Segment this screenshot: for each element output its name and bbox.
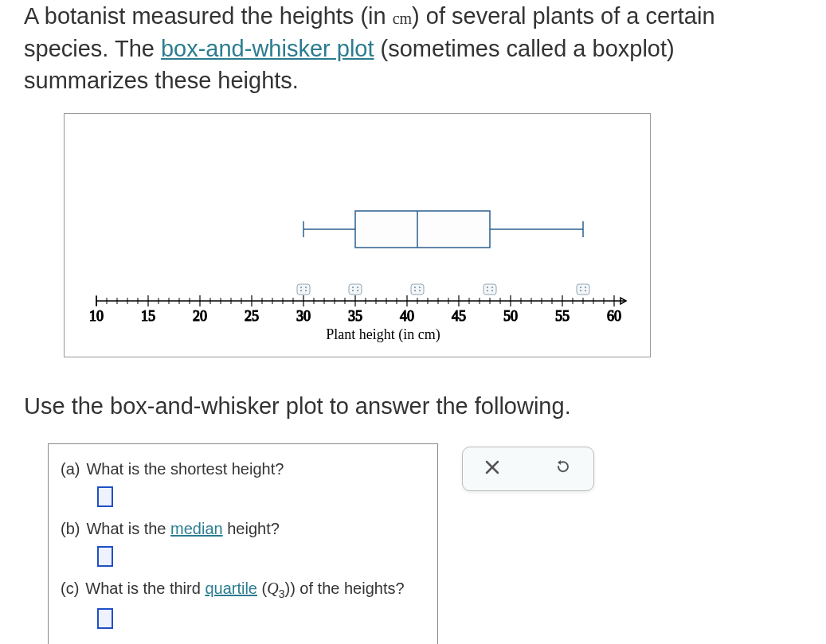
- clear-button[interactable]: [477, 455, 507, 482]
- svg-text:45: 45: [452, 308, 466, 324]
- svg-rect-91: [577, 284, 589, 295]
- question-text: height?: [223, 520, 280, 537]
- question-label: (c): [61, 580, 79, 598]
- svg-point-79: [352, 290, 354, 291]
- svg-point-93: [585, 287, 586, 288]
- question-text: ) of the heights?: [290, 580, 404, 597]
- median-link[interactable]: median: [170, 520, 223, 537]
- problem-statement: A botanist measured the heights (in cm) …: [24, 0, 802, 97]
- question-a: (a) What is the shortest height?: [61, 460, 425, 507]
- svg-text:60: 60: [607, 308, 621, 324]
- questions-panel: (a) What is the shortest height? (b) Wha…: [48, 443, 438, 644]
- unit-cm: cm: [393, 10, 412, 27]
- svg-rect-71: [297, 284, 310, 295]
- svg-point-95: [585, 290, 586, 291]
- svg-text:55: 55: [555, 308, 570, 324]
- x-axis: [96, 296, 626, 306]
- question-text: (Q3): [257, 580, 290, 597]
- svg-point-75: [305, 290, 307, 291]
- instruction-text: Use the box-and-whisker plot to answer t…: [24, 393, 802, 420]
- svg-text:50: 50: [503, 308, 518, 324]
- answer-input-c[interactable]: [97, 608, 113, 629]
- svg-point-78: [357, 287, 358, 288]
- svg-point-80: [357, 290, 358, 291]
- question-text: What is the: [86, 520, 170, 537]
- boxplot-shape: [303, 211, 583, 248]
- marker-handles: [297, 284, 589, 295]
- svg-point-89: [487, 290, 488, 291]
- svg-point-92: [580, 287, 581, 288]
- boxplot-chart: 10 15 20 25 30 35 40 45 50 55 60: [64, 113, 651, 357]
- close-icon: [485, 460, 499, 474]
- svg-point-83: [419, 287, 421, 288]
- svg-point-84: [414, 290, 416, 291]
- reset-button[interactable]: [547, 455, 579, 482]
- drag-handle-icon[interactable]: [483, 284, 496, 295]
- question-text: What is the shortest height?: [86, 460, 284, 478]
- drag-handle-icon[interactable]: [577, 284, 589, 295]
- chart-svg: 10 15 20 25 30 35 40 45 50 55 60: [65, 114, 650, 357]
- answer-input-b[interactable]: [97, 546, 113, 567]
- controls-panel: [462, 447, 594, 491]
- svg-text:30: 30: [296, 308, 311, 324]
- svg-point-94: [580, 290, 581, 291]
- svg-text:40: 40: [400, 308, 414, 324]
- svg-point-77: [352, 287, 354, 288]
- svg-marker-98: [558, 460, 561, 465]
- question-c: (c) What is the third quartile (Q3)) of …: [61, 580, 425, 629]
- svg-point-74: [300, 290, 302, 291]
- svg-point-87: [487, 287, 488, 288]
- svg-text:15: 15: [141, 308, 155, 324]
- svg-point-85: [419, 290, 421, 291]
- reset-icon: [555, 459, 571, 474]
- svg-point-88: [491, 287, 493, 288]
- svg-text:35: 35: [348, 308, 362, 324]
- question-text: What is the third: [85, 580, 205, 597]
- text-segment: A botanist measured the heights (in: [24, 3, 393, 29]
- drag-handle-icon[interactable]: [297, 284, 310, 295]
- svg-rect-81: [411, 284, 424, 295]
- drag-handle-icon[interactable]: [349, 284, 362, 295]
- svg-rect-86: [483, 284, 496, 295]
- quartile-link[interactable]: quartile: [205, 580, 257, 597]
- question-label: (b): [61, 520, 80, 538]
- drag-handle-icon[interactable]: [411, 284, 424, 295]
- svg-rect-67: [355, 211, 490, 248]
- answer-input-a[interactable]: [97, 486, 113, 507]
- svg-rect-76: [349, 284, 362, 295]
- svg-point-73: [305, 287, 307, 288]
- svg-point-90: [491, 290, 493, 291]
- svg-text:10: 10: [89, 308, 104, 324]
- boxplot-link[interactable]: box-and-whisker plot: [161, 36, 374, 61]
- svg-text:20: 20: [193, 308, 207, 324]
- svg-point-82: [414, 287, 416, 288]
- question-label: (a): [61, 460, 80, 478]
- question-b: (b) What is the median height?: [61, 520, 425, 567]
- svg-point-72: [300, 287, 302, 288]
- svg-text:25: 25: [245, 308, 259, 324]
- x-axis-label: Plant height (in cm): [326, 326, 440, 343]
